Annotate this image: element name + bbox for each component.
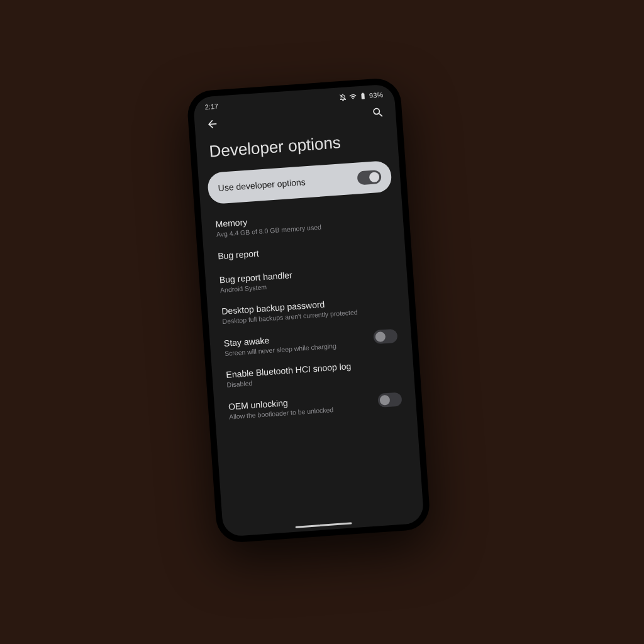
arrow-back-icon (206, 118, 219, 131)
phone-screen: 2:17 93% Developer options Use developer… (193, 84, 425, 537)
master-toggle-switch[interactable] (357, 170, 381, 186)
search-button[interactable] (371, 106, 385, 121)
stay-awake-switch[interactable] (373, 329, 397, 345)
status-indicators: 93% (339, 91, 384, 101)
battery-icon (359, 92, 367, 100)
master-toggle-label: Use developer options (218, 177, 306, 193)
back-button[interactable] (206, 118, 219, 133)
phone-frame: 2:17 93% Developer options Use developer… (186, 77, 431, 543)
settings-list[interactable]: Memory Avg 4.4 GB of 8.0 GB memory used … (201, 200, 425, 537)
wifi-icon (349, 92, 357, 101)
status-time: 2:17 (204, 103, 218, 111)
search-icon (371, 106, 384, 119)
oem-unlocking-switch[interactable] (377, 392, 402, 408)
dnd-off-icon (339, 93, 347, 101)
battery-percent: 93% (369, 91, 384, 99)
